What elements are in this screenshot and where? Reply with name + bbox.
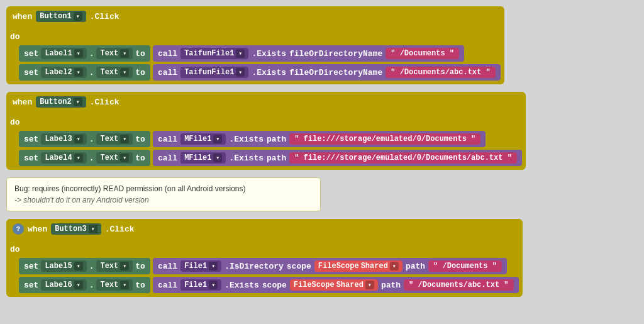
taifun-dropdown-1-2[interactable]: ▾	[236, 68, 245, 77]
text-prop-pill-1-1[interactable]: Text ▾	[96, 48, 133, 59]
set-block-2-1[interactable]: set Label3 ▾ . Text ▾ to	[19, 131, 150, 147]
taifun-comp-1-2: TaifunFile1	[184, 68, 234, 77]
call-block-3-2[interactable]: call File1 ▾ .Exists scope FileScope Sha…	[153, 277, 519, 293]
button3-pill[interactable]: Button3 ▾	[51, 223, 101, 235]
mfile-pill-2-1[interactable]: MFile1 ▾	[180, 133, 226, 145]
scope-label-3-2: scope	[262, 281, 287, 290]
filescope-comp-3-1: FileScope	[318, 262, 359, 271]
filescope-val-3-2: Shared	[336, 281, 364, 289]
mfile-dropdown-2-2[interactable]: ▾	[213, 154, 222, 162]
param-label-2-1: path	[267, 135, 286, 144]
call-label-2-1: call	[158, 135, 177, 144]
set-label-3-2: set	[24, 281, 38, 290]
file1-comp-3-2: File1	[184, 281, 207, 289]
set-row-1-1: set Label1 ▾ . Text ▾ to call TaifunF	[19, 45, 501, 62]
label2-pill[interactable]: Label2 ▾	[41, 67, 86, 78]
file1-dropdown-3-1[interactable]: ▾	[209, 262, 218, 271]
to-label-2-1: to	[135, 135, 145, 144]
file1-pill-3-2[interactable]: File1 ▾	[180, 279, 221, 291]
taifun-comp-1-1: TaifunFile1	[184, 49, 234, 58]
dot-separator-1-1: .	[89, 49, 94, 59]
label4-dropdown[interactable]: ▾	[74, 154, 83, 162]
button3-dropdown[interactable]: ▾	[89, 225, 97, 233]
call-block-1-1[interactable]: call TaifunFile1 ▾ .Exists fileOrDirecto…	[153, 45, 464, 62]
button2-label: Button2	[40, 98, 71, 106]
text-prop-dropdown-1-2[interactable]: ▾	[120, 68, 129, 77]
filescope-val-3-1: Shared	[361, 262, 388, 271]
label3-pill[interactable]: Label3 ▾	[41, 133, 86, 145]
filescope-pill-3-2[interactable]: FileScope Shared ▾	[290, 279, 378, 291]
mfile-dropdown-2-1[interactable]: ▾	[213, 135, 222, 143]
call-label-1-1: call	[158, 49, 177, 59]
filescope-pill-3-1[interactable]: FileScope Shared ▾	[314, 260, 402, 272]
set-block-3-1[interactable]: set Label5 ▾ . Text ▾ to	[19, 258, 150, 274]
label5-text: Label5	[45, 262, 72, 271]
button1-dropdown[interactable]: ▾	[74, 12, 82, 21]
label3-dropdown[interactable]: ▾	[74, 135, 83, 143]
file1-dropdown-3-2[interactable]: ▾	[209, 281, 218, 289]
file1-pill-3-1[interactable]: File1 ▾	[180, 260, 221, 272]
call-block-2-2[interactable]: call MFile1 ▾ .Exists path " file:///sto…	[153, 150, 522, 166]
string-val-2-2: " file:///storage/emulated/0/Documents/a…	[289, 152, 517, 164]
param-label-3-1: path	[406, 262, 425, 271]
set-block-1-1[interactable]: set Label1 ▾ . Text ▾ to	[19, 45, 150, 62]
set-block-3-2[interactable]: set Label6 ▾ . Text ▾ to	[19, 277, 150, 293]
label5-pill[interactable]: Label5 ▾	[41, 260, 86, 272]
text-prop-pill-3-2[interactable]: Text ▾	[96, 279, 133, 291]
text-prop-dropdown-2-1[interactable]: ▾	[120, 135, 129, 143]
set-block-2-2[interactable]: set Label4 ▾ . Text ▾ to	[19, 150, 150, 166]
taifun-pill-1-2[interactable]: TaifunFile1 ▾	[180, 67, 248, 78]
event-label-2: .Click	[90, 98, 119, 107]
call-block-1-2[interactable]: call TaifunFile1 ▾ .Exists fileOrDirecto…	[153, 64, 501, 81]
note-line1: Bug: requires (incorrectly) READ permiss…	[14, 183, 313, 194]
question-badge: ?	[13, 223, 24, 235]
button1-pill[interactable]: Button1 ▾	[36, 11, 86, 22]
do-section-1: do set Label1 ▾ . Text ▾ to	[6, 28, 504, 84]
when-block-3[interactable]: ? when Button3 ▾ .Click	[6, 219, 523, 239]
when-block-2[interactable]: when Button2 ▾ .Click	[6, 92, 526, 112]
button2-dropdown[interactable]: ▾	[74, 98, 82, 106]
taifun-dropdown-1-1[interactable]: ▾	[236, 49, 245, 58]
workspace: when Button1 ▾ .Click do set Label1 ▾ .	[6, 6, 638, 297]
filescope-dropdown-3-2[interactable]: ▾	[365, 281, 374, 289]
text-prop-dropdown-2-2[interactable]: ▾	[120, 154, 129, 162]
to-label-1-1: to	[135, 49, 145, 59]
label1-text: Label1	[45, 49, 72, 58]
label1-pill[interactable]: Label1 ▾	[41, 48, 86, 59]
call-block-2-1[interactable]: call MFile1 ▾ .Exists path " file:///sto…	[153, 131, 486, 147]
label4-pill[interactable]: Label4 ▾	[41, 152, 86, 164]
text-prop-pill-3-1[interactable]: Text ▾	[96, 260, 133, 272]
set-row-3-1: set Label5 ▾ . Text ▾ to call File1	[19, 258, 519, 274]
text-prop-dropdown-3-1[interactable]: ▾	[120, 262, 129, 271]
set-label-1-1: set	[24, 49, 38, 59]
mfile-pill-2-2[interactable]: MFile1 ▾	[180, 152, 226, 164]
text-prop-dropdown-1-1[interactable]: ▾	[120, 49, 129, 58]
label5-dropdown[interactable]: ▾	[74, 262, 83, 271]
call-label-3-2: call	[158, 281, 177, 290]
text-prop-pill-2-2[interactable]: Text ▾	[96, 152, 133, 164]
to-label-2-2: to	[135, 154, 145, 163]
button2-pill[interactable]: Button2 ▾	[36, 96, 86, 108]
set-block-1-2[interactable]: set Label2 ▾ . Text ▾ to	[19, 64, 150, 81]
label6-pill[interactable]: Label6 ▾	[41, 279, 86, 291]
text-prop-pill-2-1[interactable]: Text ▾	[96, 133, 133, 145]
call-block-3-1[interactable]: call File1 ▾ .IsDirectory scope FileScop…	[153, 258, 507, 274]
note-line2: -> shouldn't do it on any Android versio…	[14, 194, 313, 206]
string-val-3-2: " /Documents/abc.txt "	[404, 279, 513, 291]
event-label-3: .Click	[105, 225, 135, 234]
filescope-dropdown-3-1[interactable]: ▾	[390, 262, 399, 271]
dot-separator-3-2: .	[89, 281, 94, 290]
when-block-1[interactable]: when Button1 ▾ .Click	[6, 6, 504, 26]
label6-text: Label6	[45, 281, 72, 289]
taifun-pill-1-1[interactable]: TaifunFile1 ▾	[180, 48, 248, 59]
call-label-2-2: call	[158, 154, 177, 163]
text-prop-dropdown-3-2[interactable]: ▾	[120, 281, 129, 289]
method-2-2: .Exists	[229, 154, 264, 163]
label2-dropdown[interactable]: ▾	[74, 68, 83, 77]
label6-dropdown[interactable]: ▾	[74, 281, 83, 289]
set-label-1-2: set	[24, 68, 38, 77]
set-label-2-1: set	[24, 135, 38, 144]
text-prop-pill-1-2[interactable]: Text ▾	[96, 67, 133, 78]
to-label-1-2: to	[135, 68, 145, 77]
label1-dropdown[interactable]: ▾	[74, 49, 83, 58]
